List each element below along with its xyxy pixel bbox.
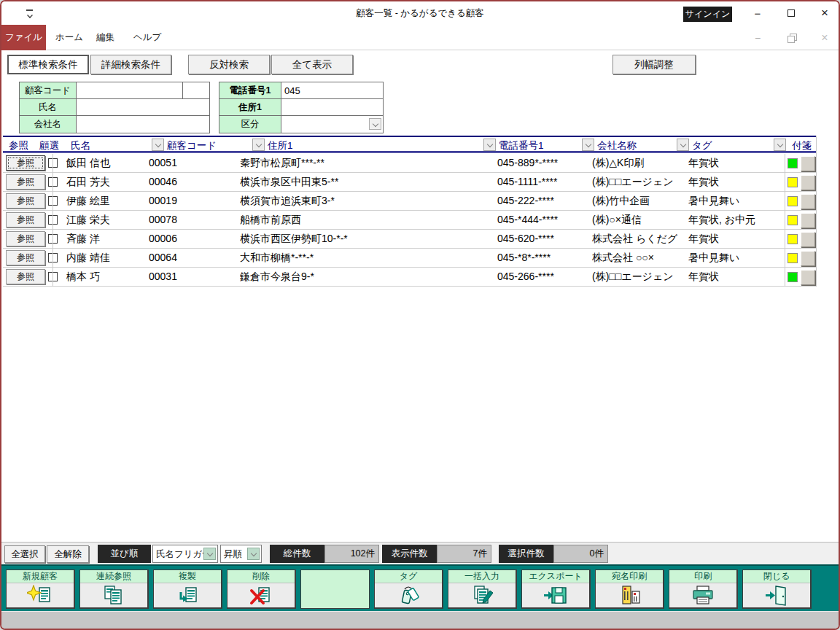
table-body: 参照飯田 信也00051秦野市松原町***-**045-889*-****(株)… <box>3 154 816 287</box>
toolbar-button-label: エクスポート <box>522 570 589 583</box>
cell-phone: 045-*8*-**** <box>497 252 591 263</box>
table-row: 参照内藤 靖佳00064大和市柳橋*-**-*045-*8*-****株式会社 … <box>3 249 816 268</box>
address-print-button[interactable]: 宛名印刷 <box>595 569 664 609</box>
cell-code: 00006 <box>149 233 236 244</box>
deselect-all-button[interactable]: 全解除 <box>47 545 89 563</box>
new-customer-button[interactable]: 新規顧客 <box>6 569 75 609</box>
signin-button[interactable]: サインイン <box>683 7 732 22</box>
code-filter-dropdown-icon[interactable] <box>252 139 265 151</box>
sticky-color-indicator <box>788 234 798 244</box>
toolbar-empty-slot <box>300 569 370 609</box>
batch-input-icon <box>448 583 516 608</box>
cell-name: 石田 芳夫 <box>66 176 148 189</box>
mdi-close-button[interactable]: × <box>808 25 840 50</box>
tag-filter-dropdown-icon[interactable] <box>774 139 786 151</box>
row-ref-button[interactable]: 参照 <box>6 174 45 190</box>
tag-button[interactable]: タグ <box>374 569 443 609</box>
sticky-note-button[interactable] <box>801 232 815 247</box>
duplicate-button[interactable]: 複製 <box>153 569 222 609</box>
category-dropdown-icon[interactable] <box>369 118 381 130</box>
delete-icon <box>228 583 295 608</box>
row-ref-button[interactable]: 参照 <box>6 269 45 284</box>
print-button[interactable]: 印刷 <box>669 569 738 609</box>
cell-phone: 045-889*-**** <box>497 157 591 168</box>
cell-tag: 暑中見舞い <box>688 195 785 208</box>
address-input[interactable] <box>281 99 383 115</box>
col-phone: 電話番号1 <box>499 139 544 152</box>
close-window-button[interactable]: 閉じる <box>742 569 812 609</box>
show-all-button[interactable]: 全て表示 <box>271 55 353 74</box>
maximize-button[interactable] <box>774 1 808 25</box>
cell-address: 秦野市松原町***-** <box>240 157 494 170</box>
row-ref-button[interactable]: 参照 <box>6 250 45 265</box>
sticky-note-button[interactable] <box>801 175 815 190</box>
phone-filter-dropdown-icon[interactable] <box>582 139 594 151</box>
sticky-note-button[interactable] <box>801 251 815 266</box>
inverse-search-button[interactable]: 反対検索 <box>188 55 270 74</box>
sort-order-select[interactable]: 昇順 <box>220 545 262 563</box>
cell-tag: 年賀状 <box>688 176 785 189</box>
sticky-note-button[interactable] <box>801 213 815 228</box>
mdi-restore-button[interactable] <box>774 25 808 50</box>
minimize-button[interactable]: − <box>741 1 774 25</box>
sort-order-value: 昇順 <box>224 548 242 561</box>
toolbar-button-label: 宛名印刷 <box>596 570 663 583</box>
sticky-color-indicator <box>788 215 798 225</box>
export-button[interactable]: エクスポート <box>521 569 591 609</box>
table-right-border <box>816 136 817 287</box>
col-tag: タグ <box>692 139 712 152</box>
standard-search-button[interactable]: 標準検索条件 <box>7 55 89 74</box>
cell-address: 鎌倉市今泉台9-* <box>240 271 494 284</box>
cell-tag: 年賀状 <box>688 271 785 284</box>
cell-address: 船橋市前原西 <box>240 214 494 227</box>
tab-edit[interactable]: 編集 <box>96 25 114 50</box>
duplicate-icon <box>154 583 221 608</box>
batch-input-button[interactable]: 一括入力 <box>448 569 517 609</box>
close-button[interactable]: × <box>808 1 840 25</box>
address-filter-dropdown-icon[interactable] <box>483 139 496 151</box>
tab-file[interactable]: ファイル <box>1 25 46 50</box>
col-company: 会社名称 <box>597 139 637 152</box>
table-row: 参照飯田 信也00051秦野市松原町***-**045-889*-****(株)… <box>3 154 816 173</box>
toolbar-button-label: 連続参照 <box>80 570 147 583</box>
sticky-note-button[interactable] <box>801 156 815 171</box>
tab-help[interactable]: ヘルプ <box>133 25 161 50</box>
cell-company: 株式会社 ○○× <box>592 252 688 265</box>
name-input[interactable] <box>77 99 209 115</box>
delete-button[interactable]: 削除 <box>227 569 296 609</box>
sort-key-dropdown-icon[interactable] <box>203 548 216 560</box>
tab-home[interactable]: ホーム <box>55 25 83 50</box>
tag-icon <box>375 583 442 608</box>
col-select: 顧選 <box>39 139 59 152</box>
toolbar-button-label: 複製 <box>154 570 221 583</box>
select-all-button[interactable]: 全選択 <box>4 545 45 563</box>
cell-name: 伊藤 絵里 <box>66 195 148 208</box>
column-divider <box>785 154 785 287</box>
col-ref: 参照 <box>9 139 28 152</box>
row-ref-button[interactable]: 参照 <box>6 193 45 209</box>
cell-address: 横須賀市追浜東町3-* <box>240 195 494 208</box>
company-input[interactable] <box>77 116 209 133</box>
title-bar: 顧客一覧 - かるがるできる顧客 サインイン − × <box>1 1 839 25</box>
sort-key-select[interactable]: 氏名フリガナ <box>152 545 218 563</box>
row-ref-button[interactable]: 参照 <box>6 231 45 246</box>
mdi-minimize-button[interactable]: − <box>741 25 774 50</box>
column-width-button[interactable]: 列幅調整 <box>612 55 696 74</box>
toolbar-button-label: 閉じる <box>743 570 810 583</box>
sticky-note-button[interactable] <box>801 270 815 285</box>
customer-code-input[interactable] <box>77 82 183 98</box>
sticky-note-button[interactable] <box>801 194 815 209</box>
sticky-color-indicator <box>788 158 798 168</box>
row-ref-button[interactable]: 参照 <box>6 212 45 228</box>
row-ref-button[interactable]: 参照 <box>6 155 45 171</box>
category-select[interactable] <box>281 116 383 133</box>
cell-name: 江藤 栄夫 <box>66 214 148 227</box>
company-filter-dropdown-icon[interactable] <box>677 139 689 151</box>
shown-count-label: 表示件数 <box>382 545 437 563</box>
name-filter-dropdown-icon[interactable] <box>152 139 164 151</box>
phone-input[interactable] <box>281 82 383 98</box>
sort-order-dropdown-icon[interactable] <box>247 548 260 560</box>
detail-search-button[interactable]: 詳細検索条件 <box>90 55 171 74</box>
continuous-view-button[interactable]: 連続参照 <box>79 569 149 609</box>
restore-icon <box>788 34 796 42</box>
